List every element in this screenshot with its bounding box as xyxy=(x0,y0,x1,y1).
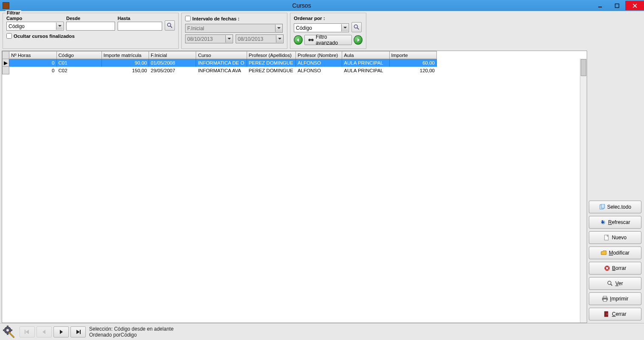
order-group: Ordenar por : Código Filtro avanzado xyxy=(290,13,366,49)
desde-label: Desde xyxy=(66,16,115,21)
svg-rect-8 xyxy=(310,39,312,40)
col-importe[interactable]: Importe xyxy=(389,51,436,59)
bottom-bar: Selección: Código desde en adelante Orde… xyxy=(0,323,644,340)
advanced-filter-button[interactable]: Filtro avanzado xyxy=(304,35,352,45)
svg-rect-25 xyxy=(11,329,12,331)
col-prof-ap[interactable]: Profesor (Apellidos) xyxy=(247,51,295,59)
col-matricula[interactable]: Importe matrícula xyxy=(101,51,149,59)
svg-point-14 xyxy=(608,281,611,285)
print-button[interactable]: Imprimir xyxy=(589,292,641,305)
copy-icon xyxy=(599,204,605,210)
svg-point-4 xyxy=(354,25,357,28)
order-search-button[interactable] xyxy=(352,22,362,32)
date-range-title: Intervalo de fechas : xyxy=(192,16,239,21)
svg-rect-1 xyxy=(615,4,619,8)
prev-button[interactable] xyxy=(294,35,303,45)
minimize-button[interactable] xyxy=(591,1,608,10)
svg-rect-27 xyxy=(25,330,25,334)
next-button[interactable] xyxy=(354,35,363,45)
col-codigo[interactable]: Código xyxy=(56,51,101,59)
data-grid[interactable]: Nº Horas Código Importe matrícula F.Inic… xyxy=(2,51,587,323)
svg-point-2 xyxy=(167,23,171,26)
new-button[interactable]: Nuevo xyxy=(589,231,641,244)
close-button[interactable] xyxy=(625,1,644,10)
date-from-input[interactable]: 08/10/2013 xyxy=(185,34,233,43)
order-select[interactable]: Código xyxy=(294,23,349,32)
vertical-scrollbar[interactable] xyxy=(580,59,587,323)
refresh-icon xyxy=(600,219,606,225)
record-nav xyxy=(20,326,86,337)
svg-line-15 xyxy=(611,284,613,286)
door-icon xyxy=(604,311,610,317)
col-prof-no[interactable]: Profesor (Nombre) xyxy=(295,51,342,59)
first-record-button[interactable] xyxy=(20,326,35,337)
svg-rect-16 xyxy=(603,296,607,298)
prev-record-button[interactable] xyxy=(37,326,52,337)
col-horas[interactable]: Nº Horas xyxy=(9,51,56,59)
date-range-group: Intervalo de fechas : F.Inicial 08/10/20… xyxy=(181,13,287,49)
hide-finished-checkbox[interactable] xyxy=(6,33,12,39)
date-to-input[interactable]: 08/10/2013 xyxy=(236,34,284,43)
sidebar: Selec.todo RRefrescarefrescar Nuevo Modi… xyxy=(589,51,644,323)
svg-line-3 xyxy=(170,26,172,28)
col-aula[interactable]: Aula xyxy=(342,51,389,59)
top-panel: Filtrar Campo Código Desde Hasta Ocultar… xyxy=(0,11,644,51)
close-button-sidebar[interactable]: Cerrar xyxy=(589,308,641,320)
filter-group: Filtrar Campo Código Desde Hasta Ocultar… xyxy=(3,13,179,49)
search-icon xyxy=(354,24,360,30)
status-text: Selección: Código desde en adelante Orde… xyxy=(89,326,174,338)
hide-finished-label: Ocultar cursos finalizados xyxy=(14,34,75,39)
svg-rect-18 xyxy=(603,299,607,301)
search-icon xyxy=(167,23,173,28)
next-record-button[interactable] xyxy=(53,326,69,337)
gear-icon xyxy=(3,325,16,339)
table-row[interactable]: 0C02150,0029/05/2007INFORMATICA AVAPEREZ… xyxy=(3,67,437,74)
view-button[interactable]: Ver xyxy=(589,277,641,290)
svg-rect-19 xyxy=(605,312,608,317)
svg-rect-24 xyxy=(3,329,5,331)
svg-rect-10 xyxy=(601,204,605,208)
date-range-checkbox[interactable] xyxy=(185,16,191,21)
svg-line-5 xyxy=(357,28,359,29)
new-icon xyxy=(604,235,610,241)
svg-point-26 xyxy=(6,329,9,332)
svg-point-20 xyxy=(607,314,608,314)
delete-button[interactable]: Borrar xyxy=(589,262,641,275)
svg-rect-22 xyxy=(7,326,8,327)
hasta-label: Hasta xyxy=(118,16,162,21)
titlebar: Cursos xyxy=(0,0,644,11)
hasta-input[interactable] xyxy=(118,22,162,31)
campo-label: Campo xyxy=(6,16,64,21)
svg-rect-23 xyxy=(7,333,8,335)
folder-icon xyxy=(601,250,607,256)
col-curso[interactable]: Curso xyxy=(196,51,247,59)
order-title: Ordenar por : xyxy=(294,16,363,21)
search-icon-button[interactable] xyxy=(165,20,175,31)
magnifier-icon xyxy=(607,280,613,286)
print-icon xyxy=(602,296,608,302)
header-row: Nº Horas Código Importe matrícula F.Inic… xyxy=(3,51,437,59)
delete-icon xyxy=(604,265,610,271)
window-title: Cursos xyxy=(12,2,591,9)
maximize-button[interactable] xyxy=(608,1,625,10)
app-icon xyxy=(3,2,9,9)
date-field-select[interactable]: F.Inicial xyxy=(185,24,283,33)
svg-rect-0 xyxy=(598,6,602,7)
campo-select[interactable]: Código xyxy=(6,22,64,31)
filter-group-title: Filtrar xyxy=(6,10,21,15)
last-record-button[interactable] xyxy=(70,326,86,337)
refresh-button[interactable]: RRefrescarefrescar xyxy=(589,216,641,229)
table-row[interactable]: ▶0C0190,0001/05/2008INFORMATICA DE OPERE… xyxy=(3,59,437,67)
modify-button[interactable]: Modificar xyxy=(589,246,641,259)
select-all-button[interactable]: Selec.todo xyxy=(589,201,641,213)
binoculars-icon xyxy=(308,37,314,42)
desde-input[interactable] xyxy=(66,22,115,31)
svg-rect-28 xyxy=(80,330,81,334)
col-finicial[interactable]: F.Inicial xyxy=(149,51,196,59)
